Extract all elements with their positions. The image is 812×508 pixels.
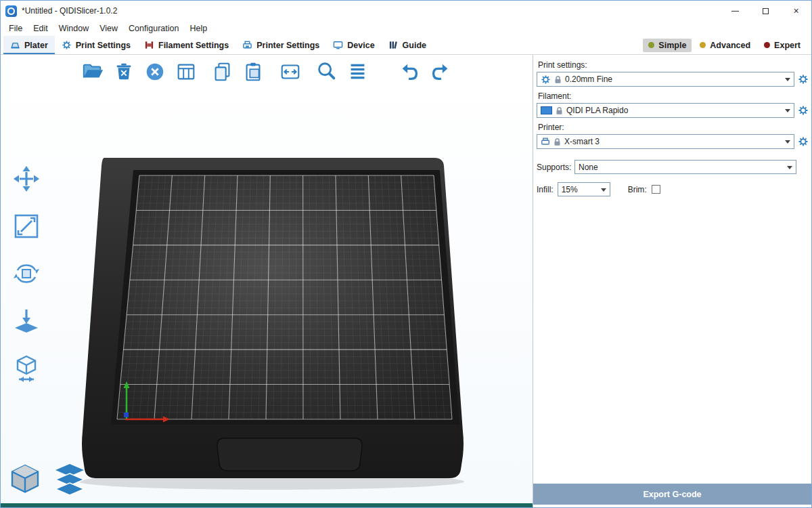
filament-gear-button[interactable] <box>798 105 809 116</box>
undo-button[interactable] <box>397 59 422 85</box>
arrange-button[interactable] <box>174 59 198 85</box>
delete-all-icon <box>143 60 166 83</box>
tab-print-settings-label: Print Settings <box>76 41 131 50</box>
mode-advanced[interactable]: Advanced <box>694 39 756 52</box>
tab-plater[interactable]: Plater <box>3 36 55 54</box>
tab-printer-settings[interactable]: Printer Settings <box>235 36 326 54</box>
rotate-icon <box>12 259 41 289</box>
brim-checkbox[interactable] <box>652 185 660 194</box>
place-on-face-tool-button[interactable] <box>7 303 45 339</box>
redo-icon <box>429 60 452 83</box>
lock-icon <box>556 106 563 115</box>
paste-icon <box>242 60 265 83</box>
simple-mode-dot-icon <box>648 42 654 48</box>
print-bed <box>1 55 533 507</box>
paste-button[interactable] <box>242 59 266 85</box>
menu-window[interactable]: Window <box>53 24 94 33</box>
menu-view[interactable]: View <box>94 24 123 33</box>
3d-view-button[interactable] <box>6 460 44 498</box>
measure-icon <box>12 354 41 383</box>
menu-edit[interactable]: Edit <box>28 24 53 33</box>
printer-icon <box>242 40 252 50</box>
place-on-face-icon <box>12 306 41 336</box>
expert-mode-dot-icon <box>764 42 770 48</box>
plater-3d-viewport[interactable] <box>1 55 533 507</box>
supports-combo[interactable]: None <box>574 160 796 174</box>
brim-label: Brim: <box>628 185 647 194</box>
search-icon <box>315 60 338 83</box>
chevron-down-icon <box>785 109 790 115</box>
gear-icon <box>541 75 551 85</box>
export-gcode-button[interactable]: Export G-code <box>533 484 811 505</box>
filament-combo[interactable]: QIDI PLA Rapido <box>537 103 794 118</box>
scale-icon <box>12 211 41 241</box>
tab-guide-label: Guide <box>403 41 426 50</box>
filament-label: Filament: <box>538 91 809 101</box>
variable-layer-height-button[interactable] <box>346 59 370 85</box>
printer-value: X-smart 3 <box>564 137 600 146</box>
tab-filament-settings-label: Filament Settings <box>158 41 229 50</box>
mode-expert-label: Expert <box>774 41 800 50</box>
print-settings-gear-button[interactable] <box>798 74 809 85</box>
bed-plate <box>117 175 452 419</box>
chevron-down-icon <box>785 78 790 84</box>
tab-guide[interactable]: Guide <box>382 36 433 54</box>
minimize-button[interactable] <box>720 1 750 21</box>
fill-bed-button[interactable] <box>278 59 302 85</box>
chevron-down-icon <box>787 166 792 172</box>
3d-cube-icon <box>8 462 42 496</box>
delete-all-button[interactable] <box>143 59 167 85</box>
viewport-bottom-bar <box>1 503 533 507</box>
supports-label: Supports: <box>537 163 574 172</box>
lock-icon <box>554 75 562 84</box>
mode-simple[interactable]: Simple <box>643 39 692 52</box>
bed-handle <box>217 438 362 471</box>
print-settings-value: 0.20mm Fine <box>565 75 612 84</box>
tab-filament-settings[interactable]: Filament Settings <box>137 36 235 54</box>
menu-configuration[interactable]: Configuration <box>123 24 184 33</box>
layer-height-icon <box>346 60 369 83</box>
maximize-button[interactable] <box>750 1 781 21</box>
move-tool-button[interactable] <box>7 161 45 197</box>
copy-button[interactable] <box>210 59 235 85</box>
layers-preview-button[interactable] <box>51 460 89 498</box>
infill-combo[interactable]: 15% <box>558 182 610 196</box>
sidebar: Print settings: 0.20mm Fine Filament: QI… <box>533 55 811 507</box>
printer-combo[interactable]: X-smart 3 <box>537 134 794 149</box>
plater-toolbar <box>81 59 453 85</box>
window-title: *Untitled - QIDISlicer-1.0.2 <box>22 6 117 16</box>
printer-gear-button[interactable] <box>798 136 809 147</box>
menu-help[interactable]: Help <box>184 24 212 33</box>
redo-button[interactable] <box>428 59 453 85</box>
mode-advanced-label: Advanced <box>710 41 750 50</box>
chevron-down-icon <box>785 140 790 146</box>
tab-printer-settings-label: Printer Settings <box>256 41 319 50</box>
tab-device[interactable]: Device <box>326 36 381 54</box>
trash-icon <box>112 60 135 83</box>
close-icon: × <box>793 5 798 16</box>
close-button[interactable]: × <box>781 1 811 21</box>
scale-tool-button[interactable] <box>7 208 45 245</box>
open-project-button[interactable] <box>81 59 105 85</box>
search-button[interactable] <box>315 59 339 85</box>
infill-value: 15% <box>562 185 578 194</box>
menu-file[interactable]: File <box>3 24 28 33</box>
print-settings-combo[interactable]: 0.20mm Fine <box>537 72 794 87</box>
open-folder-icon <box>81 60 104 83</box>
minimize-icon <box>731 11 739 12</box>
device-monitor-icon <box>333 40 343 50</box>
mode-expert[interactable]: Expert <box>759 39 806 52</box>
menubar: File Edit Window View Configuration Help <box>1 21 811 36</box>
measure-tool-button[interactable] <box>7 350 45 387</box>
undo-icon <box>398 60 421 83</box>
rotate-tool-button[interactable] <box>7 255 45 292</box>
tab-print-settings[interactable]: Print Settings <box>55 36 137 54</box>
maximize-icon <box>763 8 769 14</box>
delete-button[interactable] <box>112 59 136 85</box>
tab-plater-label: Plater <box>24 41 48 50</box>
guide-books-icon <box>388 40 399 50</box>
move-icon <box>12 164 41 194</box>
arrange-grid-icon <box>175 60 198 83</box>
infill-label: Infill: <box>537 185 554 194</box>
gizmo-toolbar <box>7 161 45 387</box>
